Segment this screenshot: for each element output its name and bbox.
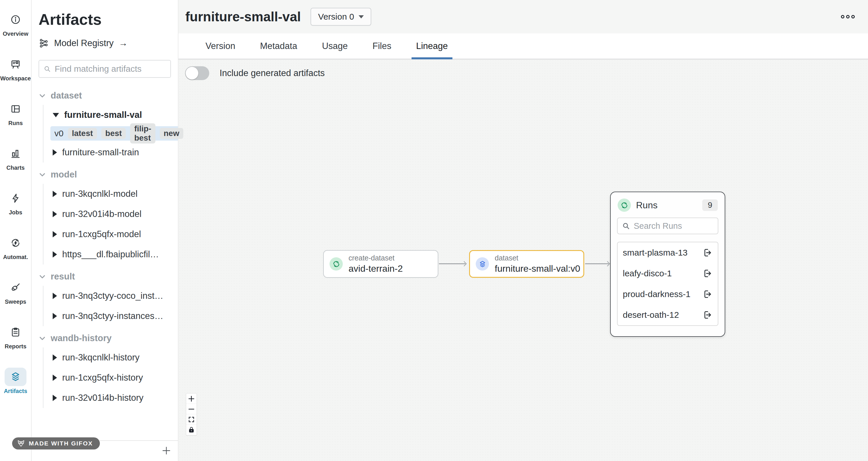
run-list-item[interactable]: proud-darkness-1	[618, 284, 718, 305]
triangle-right-icon	[53, 191, 57, 197]
toggle-row: Include generated artifacts	[185, 66, 324, 80]
search-icon	[44, 65, 51, 73]
version-tag[interactable]: filip-best	[130, 123, 155, 143]
lightning-icon	[5, 189, 27, 207]
toggle-knob	[186, 67, 198, 80]
export-icon[interactable]	[703, 310, 713, 320]
runs-search-input[interactable]	[634, 221, 713, 231]
tree-section-model[interactable]: model	[38, 165, 171, 184]
tab-version[interactable]: Version	[201, 33, 240, 59]
runs-panel: Runs 9 smart-plasma-13 leafy-	[610, 192, 725, 337]
charts-icon	[5, 144, 27, 163]
lock-button[interactable]	[186, 425, 196, 435]
page-title: furniture-small-val	[185, 9, 301, 25]
dataset-layers-icon	[476, 257, 489, 270]
overflow-menu-icon[interactable]	[841, 15, 855, 19]
run-list-item[interactable]: smart-plasma-13	[618, 242, 718, 263]
nav-item-automations[interactable]: Automat.	[3, 234, 28, 260]
tree-item-artifact[interactable]: furniture-small-train	[53, 142, 171, 163]
tree-item-artifact[interactable]: run-3kqcnlkl-model	[53, 184, 171, 204]
gifox-badge[interactable]: MADE WITH GIFOX	[12, 437, 100, 450]
tree-item-artifact[interactable]: https___dl.fbaipublicfil…	[53, 244, 171, 264]
lineage-node-artifact[interactable]: dataset furniture-small-val:v0	[469, 250, 584, 278]
edge-arrowhead	[461, 261, 467, 266]
nav-item-charts[interactable]: Charts	[5, 144, 27, 171]
runs-list: smart-plasma-13 leafy-disco-1 proud-dark…	[617, 242, 718, 326]
model-registry-link[interactable]: Model Registry →	[38, 38, 171, 49]
runs-table-icon	[5, 100, 27, 118]
tree-item-artifact[interactable]: run-1cxg5qfx-model	[53, 224, 171, 244]
tab-usage[interactable]: Usage	[317, 33, 352, 59]
artifact-search-input[interactable]	[55, 64, 166, 74]
tab-metadata[interactable]: Metadata	[255, 33, 302, 59]
nav-rail: Overview Workspace Runs	[0, 0, 32, 461]
chevron-down-icon	[38, 92, 46, 99]
run-cycle-icon	[330, 257, 343, 270]
plus-icon	[161, 445, 172, 456]
chevron-down-icon	[38, 335, 46, 342]
node-name: avid-terrain-2	[348, 263, 403, 274]
tree-section-wandb-history[interactable]: wandb-history	[38, 329, 171, 347]
nav-item-jobs[interactable]: Jobs	[5, 189, 27, 216]
plus-icon	[188, 395, 195, 403]
version-dropdown[interactable]: Version 0	[311, 8, 371, 26]
zoom-in-button[interactable]	[186, 394, 196, 404]
sidebar-title: Artifacts	[38, 10, 171, 28]
nav-item-overview[interactable]: Overview	[3, 10, 29, 37]
caret-down-icon	[359, 15, 364, 19]
sweeps-icon	[5, 278, 27, 297]
artifacts-sidebar: Artifacts Model Registry → dataset furni	[32, 0, 179, 461]
export-icon[interactable]	[703, 268, 713, 278]
workspace-icon	[5, 55, 27, 74]
triangle-right-icon	[53, 251, 57, 258]
active-tab-underline	[411, 57, 453, 59]
tree-section-result[interactable]: result	[38, 267, 171, 286]
version-tag[interactable]: latest	[68, 128, 97, 139]
tree-item-artifact[interactable]: run-3nq3ctyy-instances…	[53, 306, 171, 326]
tree-section-dataset[interactable]: dataset	[38, 86, 171, 105]
artifact-tree: dataset furniture-small-val v0 latest be…	[38, 86, 171, 408]
triangle-right-icon	[53, 395, 57, 401]
chevron-down-icon	[38, 171, 46, 178]
fit-view-button[interactable]	[186, 414, 196, 425]
lineage-canvas[interactable]: Include generated artifacts create-datas…	[179, 59, 868, 461]
triangle-right-icon	[53, 293, 57, 299]
tree-item-artifact[interactable]: run-32v01i4b-model	[53, 204, 171, 224]
run-list-item[interactable]: leafy-disco-1	[618, 263, 718, 284]
tree-item-artifact[interactable]: run-3nq3ctyy-coco_inst…	[53, 286, 171, 306]
edge-arrowhead	[604, 261, 610, 266]
tab-lineage[interactable]: Lineage	[411, 33, 453, 59]
lineage-node-run[interactable]: create-dataset avid-terrain-2	[323, 250, 438, 278]
tree-item-artifact[interactable]: furniture-small-val	[53, 105, 171, 125]
triangle-right-icon	[53, 354, 57, 361]
node-type: dataset	[495, 254, 580, 262]
runs-search-box	[617, 218, 718, 234]
nav-item-sweeps[interactable]: Sweeps	[5, 278, 27, 305]
nav-item-reports[interactable]: Reports	[5, 323, 27, 350]
zoom-out-button[interactable]	[186, 404, 196, 414]
tree-item-artifact[interactable]: run-32v01i4b-history	[53, 388, 171, 408]
triangle-down-icon	[53, 113, 59, 117]
version-tag[interactable]: best	[101, 128, 126, 139]
export-icon[interactable]	[703, 248, 713, 258]
triangle-right-icon	[53, 149, 57, 155]
add-button[interactable]	[161, 445, 172, 456]
tree-item-artifact[interactable]: run-3kqcnlkl-history	[53, 347, 171, 368]
nav-item-artifacts[interactable]: Artifacts	[4, 368, 27, 395]
runs-panel-title: Runs	[636, 200, 658, 211]
nav-item-runs[interactable]: Runs	[5, 100, 27, 126]
nav-item-workspace[interactable]: Workspace	[0, 55, 31, 82]
title-strip: furniture-small-val Version 0	[179, 0, 868, 33]
toggle-label: Include generated artifacts	[220, 68, 324, 78]
include-generated-toggle[interactable]	[185, 66, 209, 80]
export-icon[interactable]	[703, 289, 713, 299]
artifact-version-row[interactable]: v0 latest best filip-best new	[50, 126, 178, 141]
version-tag[interactable]: new	[160, 128, 183, 139]
lineage-edge	[585, 263, 609, 264]
lock-icon	[188, 426, 195, 433]
run-list-item[interactable]: desert-oath-12	[618, 305, 718, 325]
tab-files[interactable]: Files	[368, 33, 396, 59]
triangle-right-icon	[53, 231, 57, 237]
tree-item-artifact[interactable]: run-1cxg5qfx-history	[53, 368, 171, 388]
version-label: v0	[54, 128, 64, 138]
